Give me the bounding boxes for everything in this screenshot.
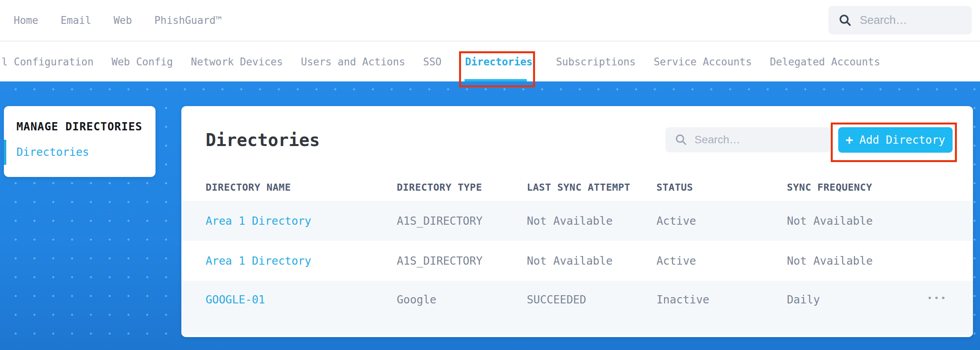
column-header-sync-frequency: SYNC FREQUENCY <box>787 182 922 193</box>
table-row: GOOGLE-01 Google SUCCEEDED Inactive Dail… <box>181 281 973 336</box>
app-window: Home Email Web PhishGuard™ Search… l Con… <box>0 0 980 350</box>
primary-nav: Home Email Web PhishGuard™ <box>14 14 222 26</box>
sidebar-item-directories[interactable]: Directories <box>4 146 155 159</box>
sidebar-heading: MANAGE DIRECTORIES <box>16 120 155 133</box>
column-header-status: STATUS <box>656 182 787 193</box>
tab-configuration[interactable]: l Configuration <box>2 56 94 68</box>
workspace-background: MANAGE DIRECTORIES Directories Directori… <box>0 81 980 350</box>
last-sync-cell: Not Available <box>527 215 656 227</box>
tab-users-and-actions[interactable]: Users and Actions <box>301 56 405 68</box>
tab-sso[interactable]: SSO <box>423 56 441 68</box>
directory-type-cell: A1S_DIRECTORY <box>397 254 527 267</box>
status-cell: Active <box>656 215 787 227</box>
nav-item-web[interactable]: Web <box>114 14 132 26</box>
directory-name-link[interactable]: Area 1 Directory <box>206 254 397 267</box>
tab-delegated-accounts[interactable]: Delegated Accounts <box>770 56 880 68</box>
table-row: Area 1 Directory A1S_DIRECTORY Not Avail… <box>181 201 973 241</box>
annotation-box-directories-tab <box>459 51 535 87</box>
top-bar: Home Email Web PhishGuard™ Search… <box>0 0 980 41</box>
column-header-last-sync: LAST SYNC ATTEMPT <box>527 182 656 193</box>
search-icon <box>839 14 852 27</box>
table-header-row: DIRECTORY NAME DIRECTORY TYPE LAST SYNC … <box>181 173 973 201</box>
sidebar-active-bar <box>4 140 6 165</box>
global-search-placeholder: Search… <box>860 14 907 27</box>
directory-search-input[interactable]: Search… <box>665 127 831 152</box>
page-title: Directories <box>206 130 320 150</box>
sync-frequency-cell: Not Available <box>787 254 922 267</box>
directory-type-cell: A1S_DIRECTORY <box>397 215 527 227</box>
sync-frequency-cell: Not Available <box>787 215 922 227</box>
annotation-box-add-directory <box>831 123 957 162</box>
last-sync-cell: Not Available <box>527 254 656 267</box>
directory-type-cell: Google <box>397 293 527 306</box>
global-search-input[interactable]: Search… <box>828 6 972 34</box>
column-header-directory-type: DIRECTORY TYPE <box>397 182 527 193</box>
row-actions-menu-icon[interactable]: ••• <box>927 293 947 303</box>
tab-service-accounts[interactable]: Service Accounts <box>654 56 752 68</box>
directory-search-placeholder: Search… <box>694 134 740 146</box>
nav-item-phishguard[interactable]: PhishGuard™ <box>154 14 222 26</box>
tab-web-config[interactable]: Web Config <box>112 56 173 68</box>
status-cell: Inactive <box>656 293 787 306</box>
tab-network-devices[interactable]: Network Devices <box>191 56 283 68</box>
status-cell: Active <box>656 254 787 267</box>
directory-name-link[interactable]: Area 1 Directory <box>206 215 397 227</box>
sidebar-card: MANAGE DIRECTORIES Directories <box>4 106 155 177</box>
nav-item-email[interactable]: Email <box>61 14 91 26</box>
directory-name-link[interactable]: GOOGLE-01 <box>206 293 397 306</box>
nav-item-home[interactable]: Home <box>14 14 38 26</box>
search-icon <box>675 134 687 146</box>
tab-subscriptions[interactable]: Subscriptions <box>556 56 636 68</box>
table-row: Area 1 Directory A1S_DIRECTORY Not Avail… <box>181 241 973 281</box>
sync-frequency-cell: Daily <box>787 293 922 306</box>
column-header-directory-name: DIRECTORY NAME <box>206 182 397 193</box>
last-sync-cell: SUCCEEDED <box>527 293 656 306</box>
